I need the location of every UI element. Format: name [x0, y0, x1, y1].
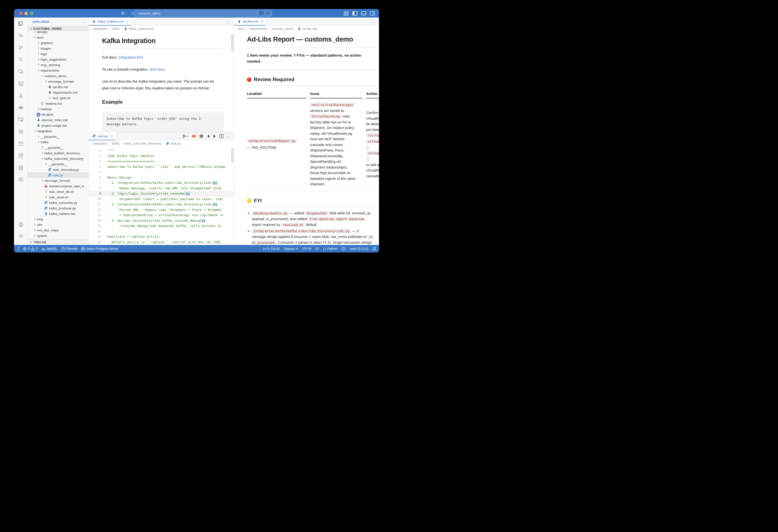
- run-python-file-icon[interactable]: [182, 134, 188, 138]
- customize-layout-icon[interactable]: [344, 11, 348, 16]
- history-forward-icon[interactable]: [130, 11, 134, 15]
- code-line-9[interactable]: 9 2. logic/logic_discovery/isdc_consume.…: [89, 191, 234, 196]
- tree-file-internal-notes-md[interactable]: internal_notes.md: [27, 117, 89, 123]
- command-center-search[interactable]: customs_demo: [134, 10, 272, 16]
- tab-ad-libs[interactable]: ad-libs.md ✕: [234, 17, 266, 25]
- account-icon[interactable]: [18, 221, 24, 228]
- history-back-icon[interactable]: [121, 11, 125, 15]
- tree-folder-training[interactable]: training: [27, 106, 89, 112]
- tree-folder-requirements[interactable]: requirements: [27, 68, 89, 73]
- tree-file-kafka-producer-py[interactable]: kafka_producer.py: [27, 205, 89, 211]
- code-line-13[interactable]: 13 + SpecialHandling + VirtualRouteLeg) …: [89, 212, 234, 218]
- code-line-10[interactable]: 10 ShipmentXml insert → publishes payloa…: [89, 196, 234, 202]
- tree-folder-customs-demo[interactable]: customs_demo: [27, 73, 89, 79]
- tree-root-customs-demo[interactable]: CUSTOMS_DEMO: [27, 26, 89, 31]
- editor-actions-more-icon[interactable]: ···: [223, 19, 234, 23]
- breadcrumb-item[interactable]: kafka: [112, 27, 119, 30]
- close-tab-icon[interactable]: ✕: [261, 20, 263, 23]
- tree-file-kafka-consumer-py[interactable]: kafka_consumer.py: [27, 200, 89, 205]
- toggle-panel-icon[interactable]: [361, 11, 366, 15]
- split-editor-icon[interactable]: [219, 134, 224, 138]
- mysql-connection[interactable]: MySQL: [42, 247, 57, 251]
- tree-folder-logic-suggestions[interactable]: logic_suggestions: [27, 57, 89, 62]
- layers-icon[interactable]: [18, 129, 24, 135]
- breadcrumb-item[interactable]: integration: [93, 27, 107, 30]
- sql-console-icon[interactable]: [18, 117, 24, 123]
- tree-folder-system[interactable]: system: [27, 233, 89, 239]
- tree-file-isdc-reset-sh[interactable]: $isdc_reset.sh: [27, 194, 89, 200]
- breadcrumb-item[interactable]: customs_demo: [272, 27, 293, 30]
- code-line-11[interactable]: 11 3. integration/kafka/kafka_subscribe_…: [89, 202, 234, 207]
- extensions-icon[interactable]: [18, 81, 24, 87]
- tree-folder--pycache-[interactable]: __pycache__: [27, 145, 89, 150]
- cursor-position[interactable]: Ln 9, Col 43: [263, 247, 280, 251]
- tree-file-auto-discovery-py[interactable]: auto_discovery.py: [27, 167, 89, 172]
- tree-folder--pycache-[interactable]: __pycache__: [27, 134, 89, 139]
- breadcrumb[interactable]: docs›requirements›customs_demo›ad-libs.m…: [234, 25, 379, 32]
- tree-folder-mcp[interactable]: mcp: [27, 216, 89, 222]
- run-debug-icon[interactable]: [18, 32, 24, 38]
- indentation[interactable]: Spaces: 4: [284, 247, 298, 251]
- tree-folder-logic[interactable]: logic: [27, 51, 89, 57]
- tree-file-isdc-py[interactable]: isdc.py: [27, 172, 89, 178]
- breadcrumb-item[interactable]: kafka_subscribe_discovery: [124, 142, 161, 145]
- encoding[interactable]: UTF-8: [302, 247, 311, 251]
- breadcrumb-item[interactable]: kafka_readme.md: [129, 27, 154, 30]
- tree-file-kafka-readme-md[interactable]: kafka_readme.md: [27, 211, 89, 216]
- breadcrumb-item[interactable]: kafka: [112, 142, 119, 145]
- tree-file-dockercompose-start-kafka-[interactable]: dockercompose_start_kafka...: [27, 183, 89, 189]
- code-editor[interactable]: 1"""2ISDC Kafka Topic Handler3==========…: [89, 147, 234, 245]
- breadcrumb-item[interactable]: ad-libs.md: [302, 27, 317, 30]
- tree-file-db-dbml[interactable]: db.dbml: [27, 112, 89, 117]
- close-tab-icon[interactable]: ✕: [126, 20, 129, 23]
- files-icon[interactable]: [18, 20, 24, 26]
- code-line-15[interactable]: 15 /consume_debug/isdc bypasses Kafka, c…: [89, 223, 234, 229]
- tree-folder-n8n[interactable]: n8n: [27, 222, 89, 228]
- code-line-8[interactable]: 8 Reads message, inserts raw XML into Sh…: [89, 186, 234, 191]
- remote-indicator-icon[interactable]: [14, 245, 23, 253]
- close-window-button[interactable]: [19, 12, 22, 15]
- timeline-section[interactable]: TIMELINE: [27, 239, 89, 245]
- minimize-window-button[interactable]: [24, 12, 28, 15]
- code-line-6[interactable]: 6Basic Design:: [89, 175, 234, 180]
- integration-eai-link[interactable]: Integration-EAI: [119, 55, 143, 59]
- code-line-7[interactable]: 7 1. integration/kafka/kafka_subscribe_d…: [89, 180, 234, 186]
- claude-icon[interactable]: [192, 134, 196, 138]
- breadcrumb[interactable]: integration›kafka›kafka_subscribe_discov…: [89, 140, 234, 147]
- container-box-icon[interactable]: [18, 141, 24, 147]
- test-beaker-icon[interactable]: [18, 93, 24, 99]
- tree-folder-docs[interactable]: docs: [27, 34, 89, 40]
- breadcrumb-item[interactable]: ...: [185, 142, 187, 145]
- search-icon[interactable]: [18, 57, 24, 63]
- settings-icon[interactable]: [18, 233, 24, 239]
- tree-folder-message-formats[interactable]: message_formats: [27, 79, 89, 84]
- copilot-chat-icon[interactable]: [259, 11, 264, 15]
- python-venv[interactable]: venv (3.13.5): [350, 247, 368, 251]
- tree-folder-kafka-subscribe-discovery[interactable]: kafka_subscribe_discovery: [27, 156, 89, 161]
- problems-indicator[interactable]: 0 0: [23, 247, 37, 251]
- tree-folder-kafka-publish-discovery[interactable]: kafka_publish_discovery: [27, 150, 89, 156]
- tree-file-ad-libs-md[interactable]: ad-libs.md: [27, 84, 89, 90]
- python-icon[interactable]: [18, 177, 24, 183]
- explorer-more-actions-icon[interactable]: ···: [81, 20, 86, 24]
- scrollbar-thumb[interactable]: [231, 34, 234, 52]
- breadcrumb[interactable]: integration›kafka›kafka_readme.md: [89, 25, 234, 32]
- code-line-19[interactable]: 19deleted (ORM cascade): [89, 245, 234, 245]
- navigate-forward-icon[interactable]: [213, 135, 216, 138]
- code-line-17[interactable]: 17Duplicate / replace policy:: [89, 234, 234, 240]
- claude-icon[interactable]: [18, 105, 24, 111]
- tree-file-test-gate-sh[interactable]: $test_gate.sh: [27, 95, 89, 101]
- breadcrumb-item[interactable]: requirements: [249, 27, 267, 30]
- tree-folder-graphics[interactable]: graphics: [27, 40, 89, 46]
- scrollbar-thumb[interactable]: [231, 148, 234, 163]
- tree-folder-mcp-learning[interactable]: mcp_learning: [27, 62, 89, 68]
- close-tab-icon[interactable]: ✕: [110, 135, 113, 138]
- tree-folder--pycache-[interactable]: __pycache__: [27, 161, 89, 167]
- tree-file-isdc-reset-db-sh[interactable]: $isdc_reset_db.sh: [27, 189, 89, 194]
- editor-actions-more-icon[interactable]: ···: [368, 19, 379, 23]
- code-line-1[interactable]: 1""": [89, 148, 234, 153]
- code-line-14[interactable]: 14 4. api/api_discovery/isdc_kafka_consu…: [89, 218, 234, 224]
- notifications-bell-icon[interactable]: [373, 247, 376, 251]
- toggle-primary-sidebar-icon[interactable]: [353, 11, 358, 15]
- tree-folder-integration[interactable]: integration: [27, 128, 89, 134]
